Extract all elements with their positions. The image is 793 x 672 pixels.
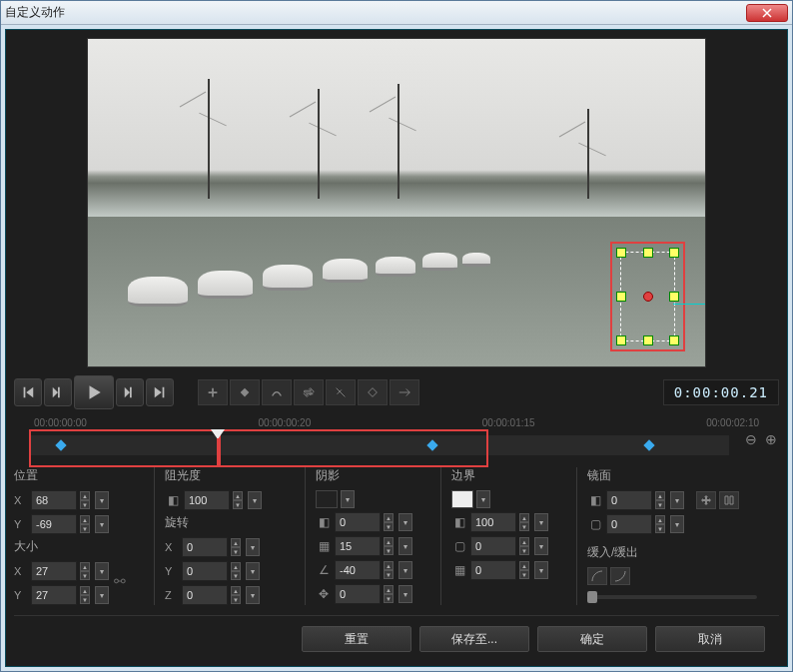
- ease-in-button[interactable]: [587, 567, 607, 585]
- menu-button[interactable]: ▾: [476, 490, 490, 508]
- menu-button[interactable]: ▾: [670, 491, 684, 509]
- menu-button[interactable]: ▾: [341, 490, 355, 508]
- link-icon[interactable]: ⚯: [114, 573, 126, 589]
- slider-thumb[interactable]: [587, 591, 597, 603]
- rotation-x-input[interactable]: [182, 537, 228, 557]
- spinner-up[interactable]: ▲: [655, 515, 665, 524]
- resize-handle[interactable]: [616, 292, 626, 302]
- spinner-down[interactable]: ▼: [655, 524, 665, 533]
- menu-button[interactable]: ▾: [534, 537, 548, 555]
- shadow-v2-input[interactable]: [335, 536, 381, 556]
- spinner-down[interactable]: ▼: [519, 546, 529, 555]
- menu-button[interactable]: ▾: [246, 538, 260, 556]
- menu-button[interactable]: ▾: [534, 513, 548, 531]
- resize-handle[interactable]: [643, 248, 653, 258]
- resize-handle[interactable]: [616, 248, 626, 258]
- spinner-up[interactable]: ▲: [231, 538, 241, 547]
- menu-button[interactable]: ▾: [248, 491, 262, 509]
- timeline[interactable]: 00:00:00:00 00:00:00:20 00:00:01:15 00:0…: [14, 417, 779, 457]
- spinner-up[interactable]: ▲: [384, 561, 394, 570]
- spinner-up[interactable]: ▲: [80, 515, 90, 524]
- spinner-up[interactable]: ▲: [384, 537, 394, 546]
- opacity-input[interactable]: [184, 490, 230, 510]
- position-x-input[interactable]: [31, 490, 77, 510]
- resize-handle[interactable]: [669, 336, 679, 345]
- border-v2-input[interactable]: [470, 536, 516, 556]
- shadow-v4-input[interactable]: [335, 584, 381, 604]
- spinner-down[interactable]: ▼: [231, 595, 241, 604]
- center-handle[interactable]: [643, 292, 653, 302]
- keyframe-tool-5[interactable]: [390, 379, 419, 405]
- zoom-in-icon[interactable]: ⊕: [765, 431, 777, 447]
- keyframe-tool-2[interactable]: [262, 379, 292, 405]
- mirror-flip-button[interactable]: [719, 491, 739, 509]
- menu-button[interactable]: ▾: [398, 537, 412, 555]
- shadow-v3-input[interactable]: [335, 560, 381, 580]
- keyframe-marker[interactable]: [643, 439, 654, 450]
- spinner-up[interactable]: ▲: [80, 586, 90, 595]
- spinner-down[interactable]: ▼: [384, 522, 394, 531]
- swap-button[interactable]: [294, 379, 324, 405]
- cancel-button[interactable]: 取消: [655, 626, 765, 652]
- spinner-down[interactable]: ▼: [519, 522, 529, 531]
- zoom-out-icon[interactable]: ⊖: [745, 431, 757, 447]
- menu-button[interactable]: ▾: [95, 515, 109, 533]
- menu-button[interactable]: ▾: [398, 585, 412, 603]
- spinner-up[interactable]: ▲: [80, 562, 90, 571]
- size-y-input[interactable]: [31, 585, 77, 605]
- menu-button[interactable]: ▾: [246, 562, 260, 580]
- resize-handle[interactable]: [643, 336, 653, 345]
- spinner-up[interactable]: ▲: [231, 586, 241, 595]
- shadow-color-swatch[interactable]: [316, 490, 338, 508]
- menu-button[interactable]: ▾: [670, 515, 684, 533]
- spinner-down[interactable]: ▼: [655, 500, 665, 509]
- border-v1-input[interactable]: [470, 512, 516, 532]
- spinner-down[interactable]: ▼: [80, 571, 90, 580]
- ease-slider[interactable]: [587, 595, 757, 599]
- spinner-down[interactable]: ▼: [233, 500, 243, 509]
- mirror-v2-input[interactable]: [606, 514, 652, 534]
- menu-button[interactable]: ▾: [534, 561, 548, 579]
- spinner-down[interactable]: ▼: [231, 571, 241, 580]
- border-color-swatch[interactable]: [451, 490, 473, 508]
- spinner-up[interactable]: ▲: [519, 513, 529, 522]
- step-forward-button[interactable]: [116, 378, 144, 406]
- menu-button[interactable]: ▾: [398, 513, 412, 531]
- resize-handle[interactable]: [669, 292, 679, 302]
- spinner-down[interactable]: ▼: [384, 594, 394, 603]
- spinner-up[interactable]: ▲: [80, 491, 90, 500]
- spinner-down[interactable]: ▼: [519, 570, 529, 579]
- resize-handle[interactable]: [669, 248, 679, 258]
- menu-button[interactable]: ▾: [95, 562, 109, 580]
- ok-button[interactable]: 确定: [537, 626, 647, 652]
- timecode-display[interactable]: 0:00:00.21: [663, 379, 779, 405]
- shadow-v1-input[interactable]: [335, 512, 381, 532]
- selection-box[interactable]: [610, 242, 685, 351]
- ease-out-button[interactable]: [610, 567, 630, 585]
- spinner-down[interactable]: ▼: [384, 546, 394, 555]
- spinner-up[interactable]: ▲: [519, 561, 529, 570]
- spinner-down[interactable]: ▼: [384, 570, 394, 579]
- reset-button[interactable]: 重置: [302, 626, 411, 652]
- menu-button[interactable]: ▾: [95, 491, 109, 509]
- go-end-button[interactable]: [146, 378, 174, 406]
- spinner-up[interactable]: ▲: [655, 491, 665, 500]
- spinner-down[interactable]: ▼: [231, 547, 241, 556]
- mirror-v1-input[interactable]: [606, 490, 652, 510]
- spinner-up[interactable]: ▲: [231, 562, 241, 571]
- resize-handle[interactable]: [616, 336, 626, 345]
- close-button[interactable]: [746, 4, 788, 22]
- preview-canvas[interactable]: [87, 38, 706, 367]
- spinner-down[interactable]: ▼: [80, 524, 90, 533]
- mirror-move-button[interactable]: [696, 491, 716, 509]
- menu-button[interactable]: ▾: [246, 586, 260, 604]
- rotation-z-input[interactable]: [182, 585, 228, 605]
- spinner-up[interactable]: ▲: [519, 537, 529, 546]
- spinner-up[interactable]: ▲: [384, 513, 394, 522]
- play-button[interactable]: [74, 375, 114, 409]
- add-keyframe-button[interactable]: [198, 379, 228, 405]
- playhead[interactable]: [218, 429, 225, 446]
- spinner-up[interactable]: ▲: [384, 585, 394, 594]
- keyframe-tool-3[interactable]: [326, 379, 356, 405]
- border-v3-input[interactable]: [470, 560, 516, 580]
